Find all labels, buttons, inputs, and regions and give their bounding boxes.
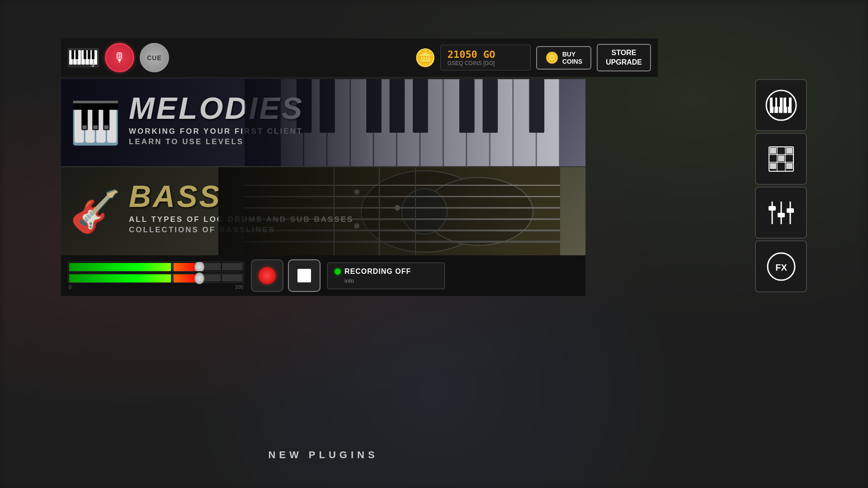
meter-label-min: 0 [69, 284, 71, 290]
sidebar-piano-button[interactable] [755, 79, 807, 131]
meter-handle[interactable] [194, 262, 204, 272]
meter-track-top [68, 262, 244, 272]
mic-icon: 🎙 [113, 50, 126, 65]
piano-logo-icon: 5 [68, 47, 99, 69]
recording-status-text: RECORDING OFF [344, 267, 411, 276]
svg-rect-10 [84, 50, 86, 59]
svg-rect-66 [786, 148, 793, 154]
recording-info-text: info [335, 277, 438, 284]
record-circle-icon [259, 267, 276, 284]
svg-rect-11 [88, 50, 90, 59]
svg-rect-68 [786, 163, 793, 169]
svg-rect-58 [786, 98, 789, 107]
record-button[interactable] [251, 259, 283, 292]
recording-status-dot [335, 268, 341, 275]
guitar-instrument-icon: 🎸 [70, 188, 121, 235]
svg-rect-9 [75, 50, 78, 59]
bass-banner[interactable]: 🎸 BASS ALL TYPES OF LOG DRUMS AND SUB BA… [61, 167, 585, 255]
svg-rect-57 [777, 98, 780, 107]
svg-rect-8 [71, 50, 74, 59]
svg-rect-12 [92, 50, 94, 59]
meter-track-bottom [68, 273, 244, 283]
coins-display: 21050 GO GSEQ COINS [GO] [440, 45, 531, 70]
buy-coins-button[interactable]: 🪙 BUYCOINS [536, 46, 591, 70]
level-meter: 0 100 [68, 262, 244, 290]
cue-label: CUE [147, 54, 162, 61]
guitar-bg [218, 167, 585, 255]
meter-label-max: 100 [235, 284, 243, 290]
svg-rect-72 [769, 206, 776, 211]
header: 5 🎙 CUE 🪙 21050 GO GSEQ COINS [GO] 🪙 BUY… [61, 38, 658, 77]
mic-button[interactable]: 🎙 [105, 43, 134, 72]
bottom-controls: 0 100 RECORDING OFF info [61, 255, 585, 296]
recording-status-panel: RECORDING OFF info [327, 263, 445, 289]
main-content: 🎹 MELODIES WORKING FOR YOUR FIRST CLIENT… [61, 79, 585, 255]
buy-label: BUYCOINS [562, 51, 582, 65]
sidebar-grid-button[interactable] [755, 133, 807, 185]
svg-text:FX: FX [775, 263, 787, 272]
svg-rect-74 [787, 208, 794, 213]
sidebar-mixer-button[interactable] [755, 187, 807, 239]
transport-buttons [251, 259, 321, 292]
footer: NEW PLUGINS [61, 449, 585, 461]
stop-square-icon [297, 269, 311, 282]
cue-button[interactable]: CUE [140, 43, 169, 72]
svg-rect-56 [773, 98, 775, 107]
meter-handle-2[interactable] [194, 272, 204, 284]
sidebar-fx-button[interactable]: FX [755, 240, 807, 292]
right-sidebar: FX [755, 79, 807, 292]
stop-button[interactable] [288, 259, 321, 292]
svg-rect-67 [770, 163, 776, 169]
melodies-banner[interactable]: 🎹 MELODIES WORKING FOR YOUR FIRST CLIENT… [61, 79, 585, 167]
piano-keys-bg [245, 79, 585, 166]
piano-instrument-icon: 🎹 [70, 99, 121, 146]
coins-label: GSEQ COINS [GO] [448, 60, 524, 66]
coins-amount: 21050 GO [448, 49, 495, 60]
logo-button[interactable]: 5 [68, 47, 99, 69]
coins-icon: 🪙 [415, 48, 436, 68]
recording-status-top: RECORDING OFF [335, 267, 438, 276]
store-upgrade-button[interactable]: STOREUPGRADE [597, 44, 651, 72]
new-plugins-label: NEW PLUGINS [268, 449, 378, 460]
svg-rect-73 [778, 213, 785, 217]
svg-rect-64 [770, 148, 776, 154]
svg-rect-65 [778, 155, 784, 161]
svg-text:5: 5 [91, 62, 94, 68]
coins-area: 🪙 21050 GO GSEQ COINS [GO] [415, 45, 531, 70]
store-label: STOREUPGRADE [606, 49, 642, 66]
buy-coin-icon: 🪙 [545, 52, 559, 64]
